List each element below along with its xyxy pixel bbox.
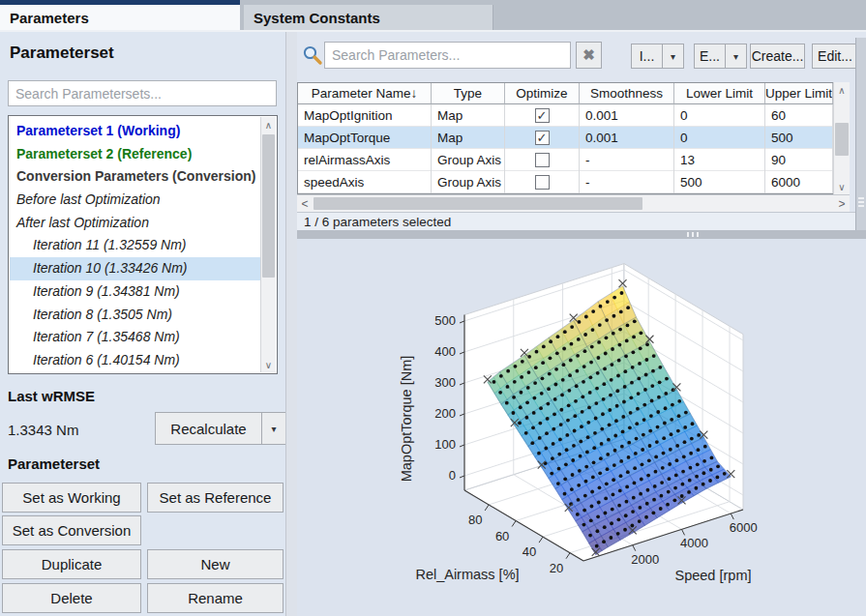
table-vscrollbar-down-icon[interactable]: ∨ [834,179,850,194]
duplicate-button[interactable]: Duplicate [2,549,141,579]
parameterset-list: Parameterset 1 (Working)Parameterset 2 (… [8,115,278,374]
recalculate-dropdown-icon[interactable]: ▾ [261,413,285,444]
optimize-cell: ✓ [505,127,580,149]
table-row[interactable]: MapOptTorqueMap✓0.0010500 [298,127,833,149]
tab-strip: Parameters System Constants [0,0,866,32]
y-axis-label: Speed [rpm] [675,568,752,583]
checkbox-unchecked[interactable] [535,153,550,167]
list-scrollbar: ∧ ∨ [260,117,276,372]
z-axis-label: MapOptTorque [Nm] [399,356,414,483]
import-dropdown-icon[interactable]: ▾ [662,44,683,68]
table-row[interactable]: MapOptIgnitionMap✓0.001060 [298,104,833,127]
recalculate-button[interactable]: Recalculate [156,413,261,444]
column-header[interactable]: Optimize [505,83,580,104]
svg-text:6000: 6000 [730,520,758,535]
import-button[interactable]: I... [632,44,662,68]
svg-text:400: 400 [434,344,456,359]
right-edge-splitter[interactable] [855,38,866,231]
table-cell: 0 [674,127,765,149]
parameter-table: Parameter Name↓TypeOptimizeSmoothnessLow… [297,82,833,194]
parameterset-actions-label: Parameterset [8,455,100,472]
table-cell: - [580,171,674,193]
column-header[interactable]: Type [432,83,505,104]
table-cell: Group Axis [432,171,505,193]
table-cell: 90 [765,149,833,171]
create-button[interactable]: Create... [750,44,805,69]
recalculate-split-button: Recalculate ▾ [155,412,286,445]
parameterset-title: Parameterset [10,44,114,63]
parameterset-panel: Parameterset Parameterset 1 (Working)Par… [0,32,285,616]
table-cell: speedAxis [298,171,432,193]
set-as-reference-button[interactable]: Set as Reference [147,483,284,513]
list-item[interactable]: Before last Optimization [10,189,260,212]
table-cell: 500 [765,127,833,149]
column-header[interactable]: Lower Limit [674,83,765,104]
table-cell: 0 [674,104,765,127]
export-button[interactable]: E... [695,44,725,68]
table-row[interactable]: speedAxisGroup Axis-5006000 [298,171,833,193]
list-item[interactable]: Iteration 9 (1.34381 Nm) [10,280,260,304]
svg-text:4000: 4000 [680,536,708,550]
svg-text:200: 200 [434,406,456,421]
table-cell: 13 [674,149,765,171]
list-item[interactable]: Iteration 11 (1.32559 Nm) [10,234,260,257]
delete-button[interactable]: Delete [2,583,141,613]
list-item[interactable]: After last Optimization [10,212,260,235]
column-header[interactable]: Upper Limit [765,83,833,104]
table-cell: MapOptIgnition [298,104,432,127]
svg-text:40: 40 [523,544,536,559]
set-as-working-button[interactable]: Set as Working [2,483,141,513]
x-axis-label: Rel_Airmass [%] [415,567,519,582]
table-hscrollbar-left-icon[interactable]: < [297,195,313,212]
horizontal-splitter[interactable] [297,230,866,239]
list-scrollbar-up-icon[interactable]: ∧ [261,117,276,132]
svg-text:2000: 2000 [631,552,659,567]
list-item[interactable]: Iteration 10 (1.33426 Nm) [10,257,260,280]
svg-text:0: 0 [449,468,456,483]
new-button[interactable]: New [147,549,284,579]
svg-text:80: 80 [468,513,482,527]
checkbox-checked[interactable]: ✓ [535,131,550,145]
table-hscrollbar-right-icon[interactable]: > [834,195,850,212]
checkbox-unchecked[interactable] [535,175,550,190]
export-dropdown-icon[interactable]: ▾ [725,44,746,68]
column-header[interactable]: Smoothness [580,83,674,104]
table-cell: Map [432,104,505,127]
parameters-search-input[interactable] [324,42,571,69]
svg-text:300: 300 [434,375,456,390]
tab-parameters[interactable]: Parameters [0,5,240,30]
list-scrollbar-thumb[interactable] [262,134,275,278]
list-item[interactable]: Iteration 7 (1.35468 Nm) [10,326,260,349]
checkbox-checked[interactable]: ✓ [535,108,550,123]
table-hscrollbar: < > [297,194,850,212]
list-item[interactable]: Conversion Parameters (Conversion) [10,165,260,189]
table-cell: 0.001 [580,104,674,127]
list-item[interactable]: Iteration 6 (1.40154 Nm) [10,349,260,372]
column-header[interactable]: Parameter Name↓ [298,83,432,104]
table-cell: 60 [765,104,833,127]
rename-button[interactable]: Rename [147,583,284,613]
surface-plot: 010020030040050020406080200040006000Rel_… [297,239,866,616]
list-item[interactable]: Iteration 8 (1.3505 Nm) [10,304,260,327]
clear-search-button[interactable]: ✖ [576,42,602,69]
edit-button[interactable]: Edit... [812,44,858,69]
tab-system-constants[interactable]: System Constants [244,5,493,30]
optimize-cell: ✓ [505,104,580,127]
svg-text:500: 500 [434,313,456,328]
table-hscrollbar-thumb[interactable] [314,197,642,210]
search-icon [302,44,323,66]
parameters-panel: ✖ I... ▾ E... ▾ Create... Edit... Parame… [297,32,866,616]
table-vscrollbar-up-icon[interactable]: ∧ [834,82,850,98]
svg-text:20: 20 [550,561,563,575]
table-cell: - [580,149,674,171]
table-cell: Group Axis [432,149,505,171]
table-vscrollbar-thumb[interactable] [835,123,849,156]
set-as-conversion-button[interactable]: Set as Conversion [2,515,141,545]
list-item[interactable]: Parameterset 1 (Working) [10,120,260,143]
list-scrollbar-down-icon[interactable]: ∨ [261,357,276,372]
table-row[interactable]: relAirmassAxisGroup Axis-1390 [298,149,833,171]
figure-area: 010020030040050020406080200040006000Rel_… [297,239,866,616]
list-item[interactable]: Parameterset 2 (Reference) [10,143,260,166]
parameterset-search-input[interactable] [8,80,277,106]
table-cell: MapOptTorque [298,127,432,149]
